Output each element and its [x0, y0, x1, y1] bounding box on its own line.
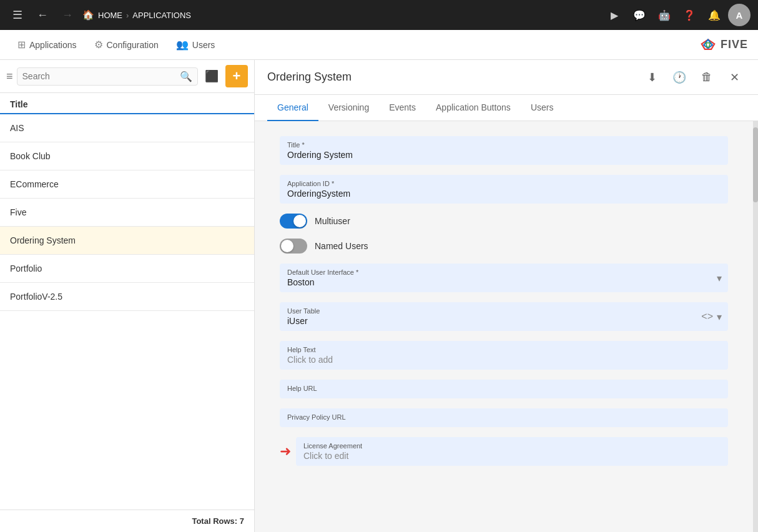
help-icon[interactable]: ❓ [678, 4, 701, 26]
sidebar-toolbar: ≡ 🔍 ⬛ + [0, 60, 254, 93]
appid-label: Application ID * [287, 180, 721, 187]
grid-icon: ⊞ [17, 39, 26, 51]
multiuser-toggle[interactable] [280, 214, 307, 229]
scrollbar[interactable] [753, 121, 758, 532]
help-text-label: Help Text [287, 346, 721, 353]
title-field[interactable]: Title * Ordering System [280, 136, 728, 165]
history-icon[interactable]: 🕐 [668, 66, 691, 89]
content-title: Ordering System [267, 71, 641, 84]
list-item-ecommerce-label: ECommerce [10, 179, 59, 189]
scrollbar-thumb [753, 127, 758, 202]
filter-icon[interactable]: ≡ [6, 70, 13, 83]
form-default-ui-group: Default User Interface * Boston ▾ [280, 264, 728, 292]
avatar[interactable]: A [728, 4, 751, 26]
breadcrumb-current: APPLICATIONS [132, 11, 191, 20]
tab-users[interactable]: Users [521, 95, 564, 121]
multiuser-thumb [293, 215, 306, 227]
menu-icon[interactable]: ☰ [7, 5, 27, 25]
robot-icon[interactable]: 🤖 [653, 4, 676, 26]
tab-events[interactable]: Events [379, 95, 426, 121]
tab-appbuttons[interactable]: Application Buttons [426, 95, 521, 121]
form-license-group: ➜ License Agreement Click to edit [280, 437, 728, 466]
subnav-tab-configuration[interactable]: ⚙ Configuration [87, 34, 166, 56]
help-text-field[interactable]: Help Text Click to add [280, 341, 728, 370]
multiuser-label: Multiuser [315, 216, 350, 226]
content-panel: Ordering System ⬇ 🕐 🗑 ✕ General Versioni… [255, 60, 758, 532]
list-item-ordering-label: Ordering System [10, 235, 76, 245]
chevron-down-icon2[interactable]: ▾ [717, 311, 722, 323]
title-label: Title * [287, 141, 721, 149]
list-item-bookclub-label: Book Club [10, 151, 51, 161]
form-area: Title * Ordering System Application ID *… [255, 121, 758, 532]
search-wrap: 🔍 [17, 67, 198, 86]
license-value: Click to edit [303, 451, 721, 461]
list-item-ais[interactable]: AIS [0, 114, 254, 142]
privacy-label: Privacy Policy URL [287, 413, 721, 421]
forward-icon[interactable]: → [57, 5, 77, 25]
tab-versioning[interactable]: Versioning [318, 95, 379, 121]
form-scroll: Title * Ordering System Application ID *… [255, 121, 753, 532]
appid-field[interactable]: Application ID * OrderingSystem [280, 175, 728, 204]
named-users-label: Named Users [315, 241, 368, 251]
list-item-portfolio[interactable]: Portfolio [0, 255, 254, 283]
content-actions: ⬇ 🕐 🗑 ✕ [641, 66, 746, 89]
user-table-label: User Table [287, 307, 721, 315]
chat-icon[interactable]: 💬 [628, 4, 651, 26]
title-value: Ordering System [287, 150, 721, 160]
list-item-portfolio-label: Portfolio [10, 264, 42, 273]
license-field[interactable]: License Agreement Click to edit [296, 437, 728, 466]
subnav-tab-applications[interactable]: ⊞ Applications [10, 34, 84, 56]
chevron-down-icon[interactable]: ▾ [717, 272, 722, 284]
list-item-ordering[interactable]: Ordering System [0, 227, 254, 255]
list-item-ais-label: AIS [10, 123, 24, 133]
close-icon[interactable]: ✕ [723, 66, 746, 89]
subnav-configuration-label: Configuration [107, 40, 159, 50]
list-items: AIS Book Club ECommerce Five Ordering Sy… [0, 114, 254, 510]
help-text-value: Click to add [287, 355, 721, 365]
breadcrumb: 🏠 HOME › APPLICATIONS [82, 9, 598, 21]
list-item-bookclub[interactable]: Book Club [0, 142, 254, 170]
bell-icon[interactable]: 🔔 [703, 4, 726, 26]
list-item-ecommerce[interactable]: ECommerce [0, 170, 254, 199]
multiuser-row: Multiuser [280, 214, 728, 229]
user-table-field[interactable]: User Table iUser <> ▾ [280, 302, 728, 331]
subnav-applications-label: Applications [29, 40, 77, 50]
privacy-field[interactable]: Privacy Policy URL [280, 408, 728, 427]
form-help-url-group: Help URL [280, 380, 728, 398]
delete-icon[interactable]: 🗑 [696, 66, 718, 89]
default-ui-label: Default User Interface * [287, 268, 721, 276]
breadcrumb-sep: › [126, 11, 129, 20]
list-item-five[interactable]: Five [0, 199, 254, 227]
import-icon[interactable]: ⬛ [202, 66, 222, 86]
sub-navbar: ⊞ Applications ⚙ Configuration 👥 Users F… [0, 30, 758, 60]
tab-general[interactable]: General [267, 95, 318, 121]
download-icon[interactable]: ⬇ [641, 66, 663, 89]
named-users-row: Named Users [280, 239, 728, 254]
default-ui-field[interactable]: Default User Interface * Boston ▾ [280, 264, 728, 292]
subnav-tab-users[interactable]: 👥 Users [169, 34, 223, 56]
back-icon[interactable]: ← [32, 5, 52, 25]
breadcrumb-home[interactable]: HOME [98, 11, 122, 20]
search-input[interactable] [22, 71, 180, 81]
form-title-group: Title * Ordering System [280, 136, 728, 165]
list-header: Title [0, 93, 254, 114]
form-privacy-group: Privacy Policy URL [280, 408, 728, 427]
tabs-bar: General Versioning Events Application Bu… [255, 95, 758, 121]
play-icon[interactable]: ▶ [603, 4, 626, 26]
content-header: Ordering System ⬇ 🕐 🗑 ✕ [255, 60, 758, 95]
named-users-toggle[interactable] [280, 239, 307, 254]
default-ui-actions: ▾ [717, 272, 722, 284]
top-navbar: ☰ ← → 🏠 HOME › APPLICATIONS ▶ 💬 🤖 ❓ 🔔 A [0, 0, 758, 30]
home-icon: 🏠 [82, 9, 94, 21]
help-url-field[interactable]: Help URL [280, 380, 728, 398]
sidebar: ≡ 🔍 ⬛ + Title AIS Book Club ECommerce Fi… [0, 60, 255, 532]
settings-icon: ⚙ [94, 39, 103, 51]
user-table-value: iUser [287, 316, 721, 326]
add-button[interactable]: + [225, 65, 248, 87]
code-icon[interactable]: <> [701, 311, 713, 323]
named-users-thumb [281, 240, 293, 252]
list-item-portfoliov25[interactable]: PortfolioV-2.5 [0, 283, 254, 311]
people-icon: 👥 [176, 39, 189, 51]
subnav-users-label: Users [192, 40, 215, 50]
form-appid-group: Application ID * OrderingSystem [280, 175, 728, 204]
